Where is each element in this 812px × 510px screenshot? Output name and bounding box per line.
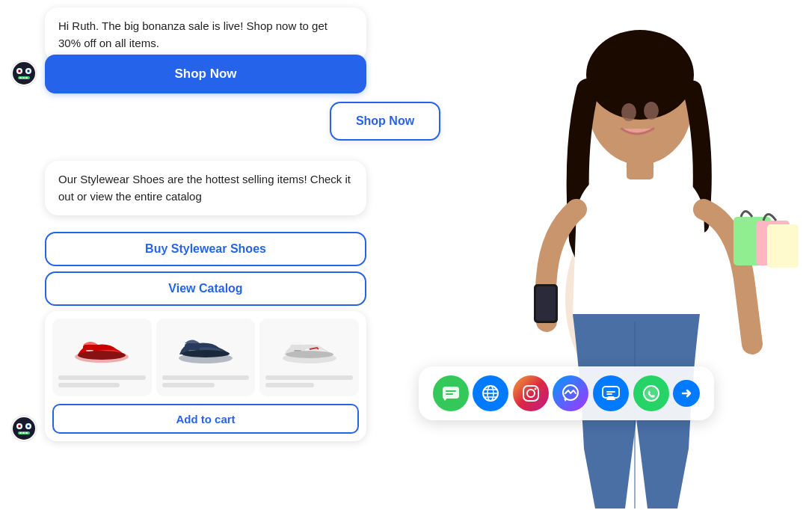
shoes-product-card: Add to cart <box>45 311 366 441</box>
svg-rect-9 <box>22 77 25 79</box>
svg-rect-41 <box>767 224 799 268</box>
shoe-image-2 <box>172 325 239 369</box>
add-to-cart-button[interactable]: Add to cart <box>52 404 359 434</box>
svg-rect-8 <box>19 77 22 79</box>
svg-rect-29 <box>22 432 25 434</box>
messages-icon[interactable] <box>433 375 469 411</box>
svg-point-33 <box>586 30 694 120</box>
svg-point-35 <box>644 102 659 120</box>
bot-avatar-top <box>10 60 37 87</box>
svg-point-49 <box>527 390 535 397</box>
shoe-image-3 <box>276 325 343 369</box>
svg-rect-38 <box>536 286 556 321</box>
svg-rect-36 <box>627 157 653 179</box>
svg-point-25 <box>19 425 20 427</box>
svg-point-16 <box>182 350 230 357</box>
chat-bubble-2: Our Stylewear Shoes are the hottest sell… <box>45 161 366 215</box>
svg-rect-30 <box>25 432 28 434</box>
social-arrow-button[interactable] <box>673 380 700 407</box>
whatsapp-icon[interactable] <box>633 375 669 411</box>
sms-icon[interactable] <box>593 375 629 411</box>
woman-figure <box>423 0 812 510</box>
social-bar <box>419 366 714 420</box>
shoe-lines-3 <box>265 375 353 390</box>
svg-point-26 <box>28 425 29 427</box>
shoe-lines-2 <box>162 375 250 390</box>
shoe-lines-1 <box>58 375 146 390</box>
svg-point-20 <box>13 417 35 440</box>
buy-shoes-button[interactable]: Buy Stylewear Shoes <box>45 232 366 266</box>
instagram-icon[interactable] <box>513 375 549 411</box>
shop-now-button-blue[interactable]: Shop Now <box>45 55 366 93</box>
messenger-icon[interactable] <box>553 375 588 411</box>
svg-point-13 <box>78 351 126 360</box>
bot-avatar-bottom <box>10 415 37 442</box>
svg-point-19 <box>286 351 333 358</box>
svg-point-5 <box>19 70 20 72</box>
shoe-image-1 <box>68 325 135 369</box>
bubble-2-text: Our Stylewear Shoes are the hottest sell… <box>58 173 351 203</box>
shoe-item-1 <box>52 319 152 396</box>
bubble-1-text: Hi Ruth. The big bonanza sale is live! S… <box>58 19 327 49</box>
shoes-row <box>52 319 359 396</box>
svg-point-0 <box>13 62 35 85</box>
shoe-item-2 <box>156 319 256 396</box>
shoe-item-3 <box>259 319 359 396</box>
svg-point-50 <box>534 388 536 390</box>
view-catalog-button[interactable]: View Catalog <box>45 271 366 306</box>
web-icon[interactable] <box>473 375 508 411</box>
svg-rect-10 <box>25 77 28 79</box>
svg-point-34 <box>621 103 636 121</box>
svg-rect-28 <box>19 432 22 434</box>
svg-rect-42 <box>443 387 459 399</box>
svg-point-6 <box>28 70 29 72</box>
